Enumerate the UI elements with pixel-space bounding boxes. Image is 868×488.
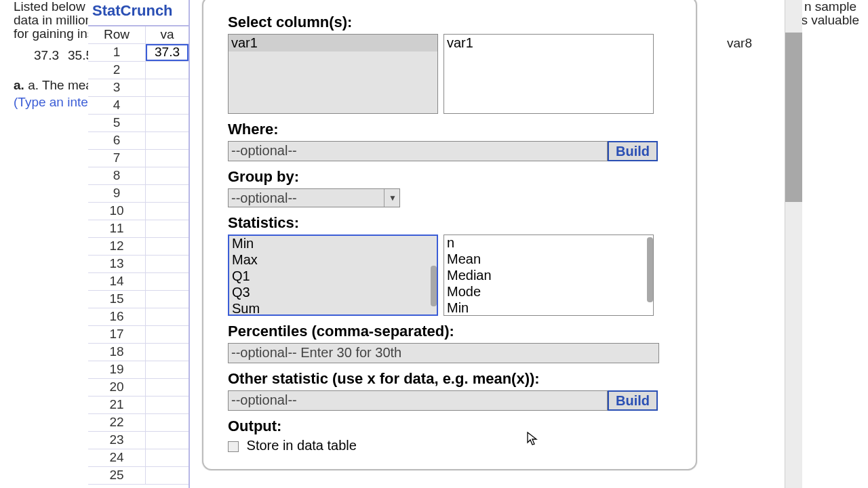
row-number: 22 <box>88 414 146 431</box>
row-number: 12 <box>88 238 146 255</box>
cell[interactable] <box>146 432 189 449</box>
table-row: 20 <box>88 379 189 396</box>
cell[interactable]: 37.3 <box>146 44 189 61</box>
bg-value: 37.3 <box>34 47 59 64</box>
table-row: 12 <box>88 238 189 256</box>
cell[interactable] <box>146 79 189 96</box>
column-selected[interactable]: var1 <box>444 35 653 52</box>
cell[interactable] <box>146 467 189 484</box>
groupby-value: --optional-- <box>231 190 297 206</box>
stat-option[interactable]: Min <box>229 236 437 252</box>
row-number: 21 <box>88 396 146 413</box>
table-row: 15 <box>88 291 189 308</box>
column-header[interactable]: va <box>146 26 189 43</box>
columns-selected-list[interactable]: var1 <box>443 34 654 114</box>
row-number: 24 <box>88 449 146 466</box>
row-number: 20 <box>88 379 146 396</box>
cell[interactable] <box>146 361 189 378</box>
columns-available-list[interactable]: var1 <box>228 34 438 114</box>
cell[interactable] <box>146 150 189 167</box>
stat-selected[interactable]: Mode <box>444 284 653 300</box>
table-row: 5 <box>88 115 189 132</box>
cell[interactable] <box>146 238 189 255</box>
cell[interactable] <box>146 62 189 79</box>
table-row: 22 <box>88 414 189 432</box>
column-option[interactable]: var1 <box>229 35 437 52</box>
cell[interactable] <box>146 449 189 466</box>
scrollbar-thumb[interactable] <box>431 266 437 306</box>
row-number: 25 <box>88 467 146 484</box>
chevron-down-icon: ▼ <box>384 189 397 207</box>
row-number: 11 <box>88 220 146 237</box>
spreadsheet-header-row: Row va <box>88 26 189 44</box>
row-number: 5 <box>88 115 146 131</box>
cell[interactable] <box>146 291 189 308</box>
row-number: 9 <box>88 185 146 202</box>
table-row: 8 <box>88 167 189 185</box>
spreadsheet-scrollbar[interactable] <box>785 0 802 488</box>
table-row: 137.3 <box>88 44 189 62</box>
other-statistic-input[interactable]: --optional-- <box>228 390 608 411</box>
spreadsheet-panel: StatCrunch Row va 137.323456789101112131… <box>88 0 190 488</box>
row-number: 8 <box>88 167 146 184</box>
store-in-table-checkbox[interactable] <box>228 441 239 452</box>
table-row: 6 <box>88 132 189 150</box>
store-in-table-label: Store in data table <box>247 438 357 453</box>
app-title: StatCrunch <box>88 0 189 26</box>
cell[interactable] <box>146 326 189 343</box>
bg-link-text: (Type an integ <box>14 94 95 111</box>
where-build-button[interactable]: Build <box>608 141 658 161</box>
cell[interactable] <box>146 273 189 290</box>
percentiles-input[interactable]: --optional-- Enter 30 for 30th <box>228 343 659 363</box>
stat-selected[interactable]: Median <box>444 268 653 284</box>
row-number: 14 <box>88 273 146 290</box>
cell[interactable] <box>146 414 189 431</box>
table-row: 7 <box>88 150 189 167</box>
cell[interactable] <box>146 220 189 237</box>
row-number: 4 <box>88 97 146 114</box>
scrollbar-thumb[interactable] <box>785 33 802 202</box>
where-label: Where: <box>228 121 671 138</box>
select-columns-label: Select column(s): <box>228 14 671 31</box>
row-number: 6 <box>88 132 146 149</box>
bg-text: for gaining ins <box>14 26 94 43</box>
stat-selected[interactable]: n <box>444 235 653 251</box>
cell[interactable] <box>146 344 189 361</box>
table-row: 2 <box>88 62 189 79</box>
cell[interactable] <box>146 132 189 149</box>
row-number: 19 <box>88 361 146 378</box>
stat-option[interactable]: Q3 <box>229 285 437 301</box>
row-number: 10 <box>88 203 146 220</box>
statistics-selected-list[interactable]: nMeanMedianModeMin <box>443 235 654 316</box>
table-row: 17 <box>88 326 189 344</box>
cell[interactable] <box>146 256 189 272</box>
other-build-button[interactable]: Build <box>608 390 658 411</box>
column-header-var8[interactable]: var8 <box>727 35 752 52</box>
cell[interactable] <box>146 203 189 220</box>
stat-option[interactable]: Q1 <box>229 268 437 285</box>
table-row: 19 <box>88 361 189 379</box>
table-row: 9 <box>88 185 189 203</box>
statistics-available-list[interactable]: MinMaxQ1Q3Sum <box>228 235 438 316</box>
stat-option[interactable]: Sum <box>229 301 437 316</box>
table-row: 3 <box>88 79 189 97</box>
where-input[interactable]: --optional-- <box>228 141 608 161</box>
groupby-select[interactable]: --optional-- ▼ <box>228 188 400 207</box>
row-number: 18 <box>88 344 146 361</box>
cell[interactable] <box>146 396 189 413</box>
cell[interactable] <box>146 115 189 131</box>
cell[interactable] <box>146 185 189 202</box>
cell[interactable] <box>146 167 189 184</box>
cell[interactable] <box>146 308 189 325</box>
row-number: 3 <box>88 79 146 96</box>
stat-option[interactable]: Max <box>229 252 437 268</box>
stat-selected[interactable]: Mean <box>444 251 653 268</box>
table-row: 11 <box>88 220 189 238</box>
stat-selected[interactable]: Min <box>444 300 653 316</box>
scrollbar-thumb[interactable] <box>647 237 653 302</box>
table-row: 24 <box>88 449 189 467</box>
row-number: 16 <box>88 308 146 325</box>
cell[interactable] <box>146 97 189 114</box>
table-row: 23 <box>88 432 189 449</box>
cell[interactable] <box>146 379 189 396</box>
